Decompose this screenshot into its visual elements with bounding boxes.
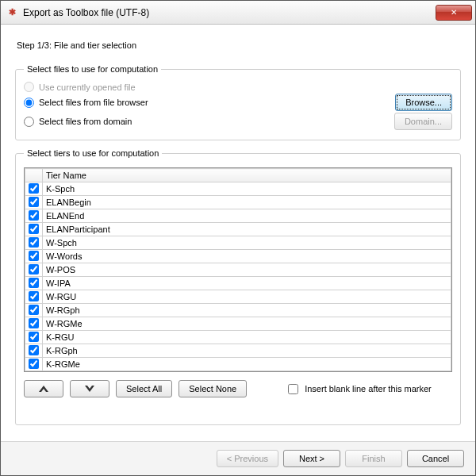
table-row[interactable]: W-IPA bbox=[25, 277, 451, 290]
tier-name-cell: K-Spch bbox=[43, 182, 451, 196]
tier-checkbox[interactable] bbox=[29, 318, 39, 328]
tier-check-cell bbox=[25, 223, 43, 236]
file-option-domain-row: Select files from domain Domain... bbox=[24, 113, 452, 130]
close-icon: ✕ bbox=[451, 8, 457, 17]
table-row[interactable]: K-RGU bbox=[25, 331, 451, 344]
tier-check-cell bbox=[25, 196, 43, 209]
tier-checkbox[interactable] bbox=[29, 210, 39, 221]
wizard-footer: < Previous Next > Finish Cancel bbox=[1, 441, 475, 475]
tier-name-cell: K-RGph bbox=[43, 344, 451, 358]
tier-name-cell: ELANParticipant bbox=[43, 223, 451, 236]
cancel-button[interactable]: Cancel bbox=[407, 450, 464, 467]
tier-checkbox[interactable] bbox=[29, 345, 39, 355]
tiers-group: Select tiers to use for computation Tier… bbox=[15, 148, 461, 425]
tier-checkbox[interactable] bbox=[29, 197, 39, 207]
next-button[interactable]: Next > bbox=[283, 450, 340, 467]
tiers-legend: Select tiers to use for computation bbox=[24, 148, 162, 158]
tier-name-cell: W-RGU bbox=[43, 290, 451, 304]
insert-blank-label: Insert blank line after this marker bbox=[305, 384, 432, 393]
tier-check-cell bbox=[25, 290, 43, 304]
finish-button: Finish bbox=[345, 450, 402, 467]
tier-checkbox[interactable] bbox=[29, 332, 39, 342]
tier-check-cell bbox=[25, 182, 43, 196]
tier-name-cell: W-Spch bbox=[43, 236, 451, 250]
tier-check-cell bbox=[25, 344, 43, 358]
tier-name-cell: K-RGU bbox=[43, 331, 451, 344]
tier-name-cell: W-IPA bbox=[43, 277, 451, 290]
tier-check-cell bbox=[25, 209, 43, 223]
tier-checkbox[interactable] bbox=[29, 183, 39, 194]
select-all-button[interactable]: Select All bbox=[116, 380, 172, 397]
dialog-body: Step 1/3: File and tier selection Select… bbox=[1, 25, 475, 441]
tiers-table: Tier Name K-SpchELANBeginELANEndELANPart… bbox=[25, 168, 451, 371]
tier-name-cell: ELANBegin bbox=[43, 196, 451, 209]
tier-name-cell: K-RGMe bbox=[43, 358, 451, 371]
close-button[interactable]: ✕ bbox=[436, 5, 472, 21]
table-row[interactable]: ELANBegin bbox=[25, 196, 451, 209]
tier-name-cell: W-Words bbox=[43, 250, 451, 263]
domain-button: Domain... bbox=[394, 113, 452, 130]
browse-button[interactable]: Browse... bbox=[395, 94, 452, 111]
table-row[interactable]: W-Words bbox=[25, 250, 451, 263]
tier-checkbox[interactable] bbox=[29, 278, 39, 288]
tier-check-cell bbox=[25, 263, 43, 277]
tiers-table-wrap[interactable]: Tier Name K-SpchELANBeginELANEndELANPart… bbox=[24, 167, 452, 372]
tier-checkbox[interactable] bbox=[29, 237, 39, 248]
tier-actions: Select All Select None Insert blank line… bbox=[24, 380, 452, 397]
table-row[interactable]: W-RGMe bbox=[25, 317, 451, 331]
radio-file-browser[interactable] bbox=[24, 98, 34, 108]
files-legend: Select files to use for computation bbox=[24, 64, 161, 74]
table-row[interactable]: K-RGMe bbox=[25, 358, 451, 371]
table-row[interactable]: W-RGph bbox=[25, 304, 451, 317]
radio-domain-label: Select files from domain bbox=[39, 117, 132, 126]
file-option-browser-row: Select files from file browser Browse... bbox=[24, 94, 452, 111]
app-icon: ✱ bbox=[6, 6, 18, 19]
tier-check-cell bbox=[25, 304, 43, 317]
tier-check-cell bbox=[25, 277, 43, 290]
table-row[interactable]: K-RGph bbox=[25, 344, 451, 358]
previous-button: < Previous bbox=[217, 450, 278, 467]
step-label: Step 1/3: File and tier selection bbox=[17, 40, 461, 50]
col-header-name[interactable]: Tier Name bbox=[43, 169, 451, 182]
tier-name-cell: W-POS bbox=[43, 263, 451, 277]
export-dialog: ✱ Export as Toolbox file (UTF-8) ✕ Step … bbox=[0, 0, 476, 476]
radio-domain[interactable] bbox=[24, 117, 34, 127]
table-row[interactable]: W-RGU bbox=[25, 290, 451, 304]
tier-check-cell bbox=[25, 317, 43, 331]
table-row[interactable]: W-POS bbox=[25, 263, 451, 277]
move-up-button[interactable] bbox=[24, 380, 63, 397]
col-header-check[interactable] bbox=[25, 169, 43, 182]
move-down-button[interactable] bbox=[70, 380, 109, 397]
tier-check-cell bbox=[25, 358, 43, 371]
tier-checkbox[interactable] bbox=[29, 264, 39, 274]
table-row[interactable]: K-Spch bbox=[25, 182, 451, 196]
chevron-down-icon bbox=[85, 384, 94, 393]
tier-checkbox[interactable] bbox=[29, 305, 39, 315]
radio-current-file-label: Use currently opened file bbox=[39, 83, 136, 92]
chevron-up-icon bbox=[39, 384, 48, 393]
titlebar: ✱ Export as Toolbox file (UTF-8) ✕ bbox=[1, 1, 475, 25]
tier-name-cell: W-RGph bbox=[43, 304, 451, 317]
radio-current-file bbox=[24, 82, 34, 92]
select-none-button[interactable]: Select None bbox=[178, 380, 247, 397]
tier-check-cell bbox=[25, 331, 43, 344]
tier-checkbox[interactable] bbox=[29, 359, 39, 369]
files-group: Select files to use for computation Use … bbox=[15, 64, 461, 140]
table-row[interactable]: W-Spch bbox=[25, 236, 451, 250]
tier-check-cell bbox=[25, 236, 43, 250]
radio-file-browser-label: Select files from file browser bbox=[39, 98, 148, 107]
insert-blank-checkbox[interactable] bbox=[288, 384, 298, 394]
file-option-current-row: Use currently opened file bbox=[24, 82, 452, 92]
tier-check-cell bbox=[25, 250, 43, 263]
tier-checkbox[interactable] bbox=[29, 224, 39, 234]
tier-checkbox[interactable] bbox=[29, 291, 39, 301]
tier-name-cell: ELANEnd bbox=[43, 209, 451, 223]
window-title: Export as Toolbox file (UTF-8) bbox=[23, 7, 436, 18]
tier-checkbox[interactable] bbox=[29, 251, 39, 261]
table-row[interactable]: ELANEnd bbox=[25, 209, 451, 223]
table-row[interactable]: ELANParticipant bbox=[25, 223, 451, 236]
tier-name-cell: W-RGMe bbox=[43, 317, 451, 331]
